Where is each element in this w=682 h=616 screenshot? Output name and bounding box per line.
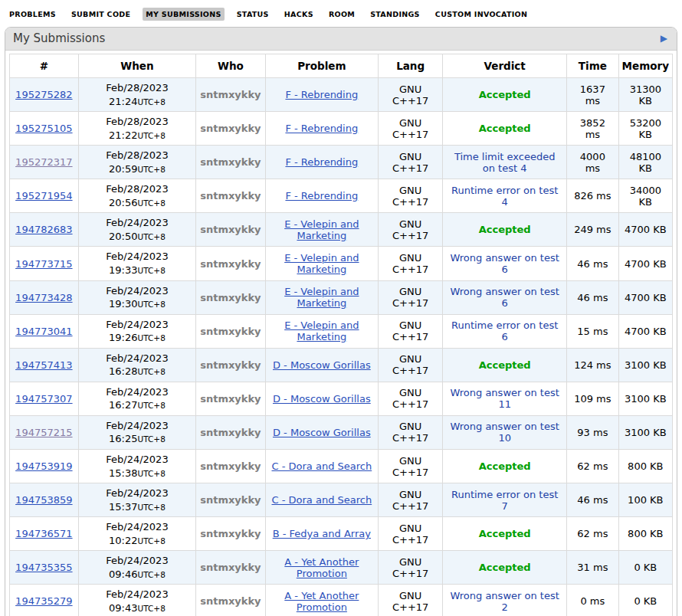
cell-verdict: Runtime error on test 7 [443,483,567,517]
submission-verdict: Wrong answer on test 6 [451,286,559,309]
submission-exec-time: 3852 ms [580,117,605,140]
submission-who-link[interactable]: sntmxykky [200,359,261,371]
cell-when: Feb/28/2023 20:59UTC+8 [78,146,196,179]
submission-who-link[interactable]: sntmxykky [200,224,261,235]
submission-who-link[interactable]: sntmxykky [200,427,261,438]
submission-problem-link[interactable]: E - Velepin and Marketing [284,218,359,241]
submission-exec-time: 93 ms [577,427,608,438]
nav-item-room[interactable]: ROOM [326,8,358,21]
submission-id-link[interactable]: 194753919 [15,460,72,472]
cell-who: sntmxykky [196,280,265,314]
submission-time: 20:56 [109,197,137,208]
nav-item-status[interactable]: STATUS [234,8,272,21]
submission-who-link[interactable]: sntmxykky [200,562,261,573]
submission-problem-link[interactable]: A - Yet Another Promotion [284,590,359,613]
nav-item-custom-invocation[interactable]: CUSTOM INVOCATION [432,8,530,21]
nav-item-my-submissions[interactable]: MY SUBMISSIONS [143,8,224,21]
cell-problem: C - Dora and Search [265,483,378,517]
submission-lang: GNU C++17 [392,387,428,410]
cell-when: Feb/24/2023 09:43UTC+8 [78,585,196,616]
nav-item-submit-code[interactable]: SUBMIT CODE [68,8,133,21]
submission-id-link[interactable]: 194757307 [15,393,72,405]
cell-memory: 100 KB [618,483,672,517]
submission-verdict: Wrong answer on test 6 [451,252,559,275]
cell-verdict: Accepted [443,551,567,585]
submission-lang: GNU C++17 [392,590,428,613]
expand-arrow-icon[interactable]: ▶ [661,34,669,43]
cell-problem: F - Rebrending [265,146,378,179]
table-row: 194757215 Feb/24/2023 16:25UTC+8 sntmxyk… [10,415,673,449]
cell-who: sntmxykky [196,112,265,146]
submission-tz: UTC+8 [138,165,166,174]
submission-id-link[interactable]: 195275105 [15,123,72,134]
submission-who-link[interactable]: sntmxykky [200,528,261,539]
submission-lang: GNU C++17 [392,556,428,579]
submission-who-link[interactable]: sntmxykky [200,326,261,337]
submission-problem-link[interactable]: F - Rebrending [285,156,358,168]
cell-lang: GNU C++17 [379,585,443,616]
cell-verdict: Accepted [443,112,567,146]
submission-problem-link[interactable]: B - Fedya and Array [273,528,371,539]
submission-id-link[interactable]: 194773715 [15,258,72,270]
submission-id-link[interactable]: 194757215 [15,427,72,438]
cell-id: 194757307 [10,382,79,415]
cell-problem: D - Moscow Gorillas [265,382,378,415]
submission-who-link[interactable]: sntmxykky [200,258,261,270]
submission-who-link[interactable]: sntmxykky [200,393,261,405]
cell-time: 826 ms [567,179,618,213]
submission-problem-link[interactable]: A - Yet Another Promotion [284,556,359,579]
submission-id-link[interactable]: 195275282 [15,89,72,100]
submission-problem-link[interactable]: E - Velepin and Marketing [284,286,359,309]
submission-who-link[interactable]: sntmxykky [200,494,261,506]
submission-problem-link[interactable]: C - Dora and Search [271,494,372,506]
submission-id-link[interactable]: 194782683 [15,224,72,235]
submission-problem-link[interactable]: D - Moscow Gorillas [273,359,371,371]
submission-who-link[interactable]: sntmxykky [200,123,261,134]
cell-time: 1637 ms [567,78,618,112]
submission-id-link[interactable]: 195272317 [15,156,72,168]
nav-item-problems[interactable]: PROBLEMS [6,8,59,21]
submission-id-link[interactable]: 194735279 [15,595,72,607]
submission-problem-link[interactable]: D - Moscow Gorillas [273,393,371,405]
submission-problem-link[interactable]: F - Rebrending [285,190,358,202]
cell-lang: GNU C++17 [379,348,443,382]
submission-problem-link[interactable]: D - Moscow Gorillas [273,427,371,438]
nav-item-standings[interactable]: STANDINGS [367,8,423,21]
submission-problem-link[interactable]: C - Dora and Search [271,460,372,472]
submission-id-link[interactable]: 194773428 [15,292,72,303]
cell-time: 31 ms [567,551,618,585]
submission-memory: 800 KB [628,460,663,472]
submission-problem-link[interactable]: F - Rebrending [285,89,358,100]
cell-who: sntmxykky [196,382,265,415]
submission-who-link[interactable]: sntmxykky [200,190,261,202]
cell-when: Feb/24/2023 19:33UTC+8 [78,247,196,280]
submission-time: 19:33 [109,264,137,276]
submission-id-link[interactable]: 194736571 [15,528,72,539]
submission-tz: UTC+8 [138,198,166,208]
submission-lang: GNU C++17 [392,286,428,309]
table-row: 194773041 Feb/24/2023 19:26UTC+8 sntmxyk… [10,314,673,348]
submission-who-link[interactable]: sntmxykky [200,460,261,472]
cell-verdict: Runtime error on test 4 [443,179,567,213]
submission-id-link[interactable]: 194757413 [15,359,72,371]
submission-problem-link[interactable]: E - Velepin and Marketing [284,319,359,342]
submission-who-link[interactable]: sntmxykky [200,156,261,168]
cell-problem: D - Moscow Gorillas [265,348,378,382]
table-row: 195272317 Feb/28/2023 20:59UTC+8 sntmxyk… [10,146,673,179]
submission-problem-link[interactable]: E - Velepin and Marketing [284,252,359,275]
submission-id-link[interactable]: 194773041 [15,326,72,337]
nav-item-hacks[interactable]: HACKS [281,8,316,21]
submission-problem-link[interactable]: F - Rebrending [285,123,358,134]
cell-lang: GNU C++17 [379,146,443,179]
submission-id-link[interactable]: 194753859 [15,494,72,506]
column-header-who: Who [196,54,265,78]
submission-who-link[interactable]: sntmxykky [200,89,261,100]
submission-id-link[interactable]: 195271954 [15,190,72,202]
submission-who-link[interactable]: sntmxykky [200,292,261,303]
submission-date: Feb/24/2023 [83,520,192,534]
cell-time: 124 ms [567,348,618,382]
submission-id-link[interactable]: 194735355 [15,562,72,573]
submission-who-link[interactable]: sntmxykky [200,595,261,607]
cell-problem: D - Moscow Gorillas [265,415,378,449]
submission-time: 09:43 [109,602,137,614]
